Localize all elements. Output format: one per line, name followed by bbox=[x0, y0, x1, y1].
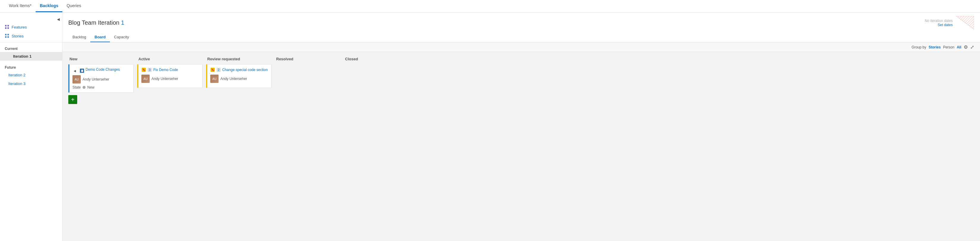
add-card-button[interactable]: + bbox=[68, 95, 77, 104]
column-closed: Closed bbox=[344, 57, 409, 64]
card-collapse-row: ◀ 📋 Demo Code Changes bbox=[72, 67, 130, 74]
future-group-label: Future bbox=[0, 63, 62, 71]
card-demo-person-row: AU Andy Unterseher bbox=[72, 75, 130, 83]
column-review-header: Review requested bbox=[206, 57, 271, 61]
tab-backlog[interactable]: Backlog bbox=[68, 32, 90, 42]
settings-icon[interactable]: ⚙ bbox=[964, 44, 968, 50]
tab-work-items[interactable]: Work Items* bbox=[5, 0, 36, 12]
current-group-label: Current bbox=[0, 44, 62, 52]
sidebar: ◀ Features Stories Current Iteration 1 F… bbox=[0, 13, 62, 241]
features-icon bbox=[5, 25, 10, 29]
tab-queries[interactable]: Queries bbox=[62, 0, 85, 12]
collapse-arrow[interactable]: ◀ bbox=[72, 69, 77, 73]
person-value[interactable]: All bbox=[957, 45, 961, 49]
set-dates-link[interactable]: Set dates bbox=[925, 23, 953, 27]
column-resolved: Resolved bbox=[275, 57, 340, 64]
card-demo-state-row: State New bbox=[72, 85, 130, 89]
content-header: Blog Team Iteration 1 No iteration dates… bbox=[62, 13, 980, 43]
column-closed-header: Closed bbox=[344, 57, 409, 61]
sidebar-divider bbox=[0, 42, 62, 43]
card-change-avatar: AU bbox=[210, 75, 219, 83]
card-change-badge: 2 bbox=[216, 68, 221, 72]
tab-capacity[interactable]: Capacity bbox=[110, 32, 133, 42]
card-fix-demo-code: 🔖 3 Fix Demo Code AU Andy Unterseher bbox=[137, 64, 202, 88]
sidebar-item-iteration-3[interactable]: Iteration 3 bbox=[0, 79, 62, 88]
board-columns: New ◀ 📋 Demo Code Changes AU bbox=[68, 57, 974, 104]
column-active-header: Active bbox=[137, 57, 202, 61]
card-demo-avatar: AU bbox=[72, 75, 81, 83]
state-dot bbox=[83, 86, 86, 89]
card-fix-avatar: AU bbox=[142, 75, 150, 83]
stories-icon bbox=[5, 34, 10, 38]
page-title: Blog Team Iteration 1 bbox=[68, 19, 124, 26]
top-navigation: Work Items* Backlogs Queries bbox=[0, 0, 980, 13]
card-change-person-row: AU Andy Unterseher bbox=[210, 75, 268, 83]
task-icon-change: 🔖 bbox=[210, 67, 215, 72]
column-resolved-header: Resolved bbox=[275, 57, 340, 61]
no-iteration-text: No iteration dates bbox=[925, 19, 953, 23]
main-layout: ◀ Features Stories Current Iteration 1 F… bbox=[0, 13, 980, 241]
card-demo-title[interactable]: Demo Code Changes bbox=[86, 67, 120, 72]
column-new-header: New bbox=[68, 57, 134, 61]
card-demo-code-changes: ◀ 📋 Demo Code Changes AU Andy Unterseher bbox=[68, 64, 134, 93]
sidebar-item-features[interactable]: Features bbox=[0, 22, 62, 32]
fullscreen-icon[interactable]: ⤢ bbox=[970, 44, 974, 50]
card-fix-title[interactable]: Fix Demo Code bbox=[153, 68, 178, 72]
sidebar-item-iteration-1[interactable]: Iteration 1 bbox=[0, 52, 62, 61]
svg-marker-1 bbox=[956, 16, 974, 29]
content-area: Blog Team Iteration 1 No iteration dates… bbox=[62, 13, 980, 241]
card-fix-title-row: 🔖 3 Fix Demo Code bbox=[142, 67, 199, 72]
task-icon-fix: 🔖 bbox=[142, 67, 146, 72]
book-icon: 📋 bbox=[80, 69, 84, 73]
card-change-code: 🔖 2 Change special code section AU Andy … bbox=[206, 64, 271, 88]
card-demo-person-name: Andy Unterseher bbox=[83, 77, 109, 81]
sidebar-item-stories[interactable]: Stories bbox=[0, 32, 62, 40]
iteration-dates-info: No iteration dates Set dates bbox=[925, 19, 953, 27]
board-container: New ◀ 📋 Demo Code Changes AU bbox=[62, 52, 980, 241]
column-active: Active 🔖 3 Fix Demo Code AU bbox=[137, 57, 202, 90]
content-title-row: Blog Team Iteration 1 No iteration dates… bbox=[68, 16, 974, 29]
tab-board[interactable]: Board bbox=[90, 32, 110, 42]
content-tabs: Backlog Board Capacity bbox=[68, 32, 974, 42]
group-by-label: Group by bbox=[912, 45, 926, 49]
iteration-info: No iteration dates Set dates bbox=[925, 16, 974, 29]
column-review: Review requested 🔖 2 Change special code… bbox=[206, 57, 271, 90]
board-toolbar: Group by Stories Person All ⚙ ⤢ bbox=[62, 43, 980, 52]
column-new: New ◀ 📋 Demo Code Changes AU bbox=[68, 57, 134, 104]
card-change-title[interactable]: Change special code section bbox=[222, 68, 267, 72]
card-change-person-name: Andy Unterseher bbox=[220, 77, 247, 81]
card-fix-person-row: AU Andy Unterseher bbox=[142, 75, 199, 83]
group-by-value[interactable]: Stories bbox=[929, 45, 941, 49]
sidebar-collapse-btn[interactable]: ◀ bbox=[0, 16, 62, 22]
card-fix-person-name: Andy Unterseher bbox=[151, 77, 178, 81]
burndown-chart bbox=[956, 16, 974, 29]
card-fix-badge: 3 bbox=[148, 68, 152, 72]
tab-backlogs[interactable]: Backlogs bbox=[36, 0, 62, 12]
sidebar-item-iteration-2[interactable]: Iteration 2 bbox=[0, 71, 62, 79]
person-label: Person bbox=[943, 45, 955, 49]
card-change-title-row: 🔖 2 Change special code section bbox=[210, 67, 268, 72]
